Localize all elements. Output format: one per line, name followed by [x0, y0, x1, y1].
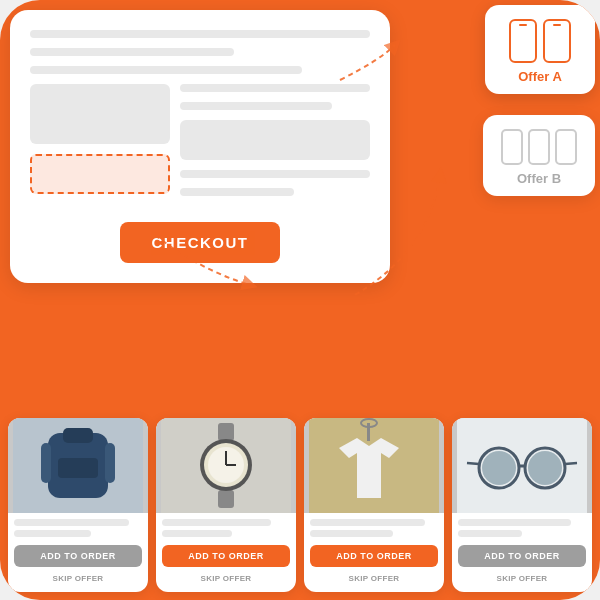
mock-block-right [180, 120, 370, 160]
mock-col-left [30, 84, 170, 206]
skip-offer-backpack[interactable]: SKIP OFFER [14, 571, 142, 588]
product-line-w2 [162, 530, 232, 537]
svg-rect-15 [367, 423, 370, 441]
mock-line-3 [30, 66, 302, 74]
offer-b-card: Offer B [483, 115, 595, 196]
svg-point-19 [482, 451, 516, 485]
mock-line-r3 [180, 170, 370, 178]
add-to-order-btn-sunglasses[interactable]: ADD TO ORDER [458, 545, 586, 567]
phone-icon-b-1 [501, 129, 523, 165]
offer-a-card: Offer A [485, 5, 595, 94]
svg-rect-3 [41, 443, 51, 483]
add-to-order-btn-shirt[interactable]: ADD TO ORDER [310, 545, 438, 567]
product-line-1 [14, 519, 129, 526]
product-card-backpack: ADD TO ORDER SKIP OFFER [8, 418, 148, 592]
product-image-watch [156, 418, 296, 513]
product-line-s1 [310, 519, 425, 526]
svg-rect-7 [218, 423, 234, 441]
product-image-sunglasses [452, 418, 592, 513]
product-info-sunglasses: ADD TO ORDER SKIP OFFER [452, 513, 592, 592]
offer-a-icons [503, 19, 577, 63]
svg-rect-8 [218, 490, 234, 508]
product-line-w1 [162, 519, 271, 526]
product-info-backpack: ADD TO ORDER SKIP OFFER [8, 513, 148, 592]
skip-offer-sunglasses[interactable]: SKIP OFFER [458, 571, 586, 588]
mock-line-1 [30, 30, 370, 38]
product-card-sunglasses: ADD TO ORDER SKIP OFFER [452, 418, 592, 592]
highlighted-block [30, 154, 170, 194]
add-to-order-btn-watch[interactable]: ADD TO ORDER [162, 545, 290, 567]
phone-icon-2 [543, 19, 571, 63]
offer-b-label: Offer B [501, 171, 577, 186]
product-line-s2 [310, 530, 393, 537]
main-background: Offer A Offer B [0, 0, 600, 600]
mock-content-rows [30, 84, 370, 206]
svg-line-24 [565, 463, 577, 464]
svg-point-21 [528, 451, 562, 485]
svg-line-23 [467, 463, 479, 464]
product-card-watch: ADD TO ORDER SKIP OFFER [156, 418, 296, 592]
offer-b-icons [501, 129, 577, 165]
product-info-watch: ADD TO ORDER SKIP OFFER [156, 513, 296, 592]
skip-offer-watch[interactable]: SKIP OFFER [162, 571, 290, 588]
svg-rect-4 [105, 443, 115, 483]
product-image-backpack [8, 418, 148, 513]
add-to-order-btn-backpack[interactable]: ADD TO ORDER [14, 545, 142, 567]
product-line-sg1 [458, 519, 571, 526]
product-card-shirt: ADD TO ORDER SKIP OFFER [304, 418, 444, 592]
mock-line-r2 [180, 102, 332, 110]
offer-a-label: Offer A [503, 69, 577, 84]
mock-line-2 [30, 48, 234, 56]
products-row: ADD TO ORDER SKIP OFFER [0, 418, 600, 600]
mock-line-r1 [180, 84, 370, 92]
mock-block-1 [30, 84, 170, 144]
phone-icon-1 [509, 19, 537, 63]
phone-icon-b-2 [528, 129, 550, 165]
checkout-card: CHECKOUT [10, 10, 390, 283]
checkout-button[interactable]: CHECKOUT [120, 222, 280, 263]
phone-icon-b-3 [555, 129, 577, 165]
skip-offer-shirt[interactable]: SKIP OFFER [310, 571, 438, 588]
product-line-2 [14, 530, 91, 537]
product-info-shirt: ADD TO ORDER SKIP OFFER [304, 513, 444, 592]
svg-rect-5 [58, 458, 98, 478]
product-image-shirt [304, 418, 444, 513]
mock-col-right [180, 84, 370, 206]
svg-rect-2 [63, 428, 93, 443]
product-line-sg2 [458, 530, 522, 537]
mock-line-r4 [180, 188, 294, 196]
